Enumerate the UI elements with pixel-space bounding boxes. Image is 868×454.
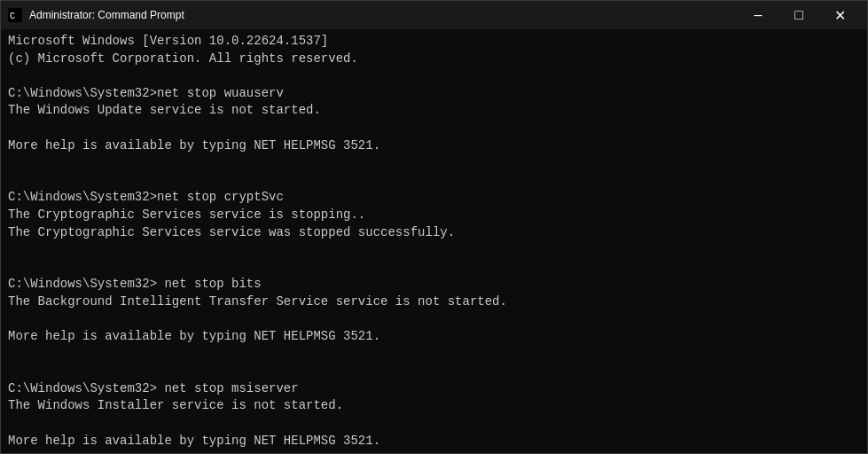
line-2: (c) Microsoft Corporation. All rights re… xyxy=(8,51,860,68)
blank-8 xyxy=(8,346,860,364)
blank-5 xyxy=(8,241,860,259)
blank-7 xyxy=(8,311,860,329)
output-3: The Cryptographic Services service is st… xyxy=(8,207,860,224)
cmd-window: C Administrator: Command Prompt – □ ✕ Mi… xyxy=(0,0,868,454)
blank-6 xyxy=(8,259,860,277)
line-1: Microsoft Windows [Version 10.0.22624.15… xyxy=(8,33,860,51)
cmd-2: net stop cryptSvc xyxy=(157,190,284,204)
output-2: More help is available by typing NET HEL… xyxy=(8,137,860,155)
maximize-button[interactable]: □ xyxy=(778,1,819,29)
title-bar: C Administrator: Command Prompt – □ ✕ xyxy=(1,1,867,29)
close-button[interactable]: ✕ xyxy=(819,1,860,29)
blank-9 xyxy=(8,363,860,380)
cmd-3: net stop bits xyxy=(157,277,262,291)
blank-1 xyxy=(8,67,860,85)
cmd-icon: C xyxy=(8,8,22,22)
window-title: Administrator: Command Prompt xyxy=(29,9,738,21)
blank-11 xyxy=(8,450,860,453)
cmd-4: net stop msiserver xyxy=(157,381,299,395)
output-8: More help is available by typing NET HEL… xyxy=(8,433,860,450)
cmd-line-4: C:\Windows\System32> net stop msiserver xyxy=(8,380,860,398)
minimize-button[interactable]: – xyxy=(738,1,778,29)
blank-2 xyxy=(8,120,860,137)
output-5: The Background Intelligent Transfer Serv… xyxy=(8,294,860,311)
output-6: More help is available by typing NET HEL… xyxy=(8,328,860,346)
svg-text:C: C xyxy=(10,12,15,21)
prompt-3: C:\Windows\System32> xyxy=(8,277,157,291)
output-1: The Windows Update service is not starte… xyxy=(8,102,860,120)
cmd-line-1: C:\Windows\System32>net stop wuauserv xyxy=(8,85,860,103)
blank-4 xyxy=(8,172,860,190)
output-4: The Cryptographic Services service was s… xyxy=(8,224,860,242)
terminal-body[interactable]: Microsoft Windows [Version 10.0.22624.15… xyxy=(1,29,867,453)
prompt-4: C:\Windows\System32> xyxy=(8,381,157,395)
prompt-1: C:\Windows\System32> xyxy=(8,86,157,100)
window-controls: – □ ✕ xyxy=(738,1,860,29)
blank-3 xyxy=(8,154,860,172)
cmd-1: net stop wuauserv xyxy=(157,86,284,100)
blank-10 xyxy=(8,415,860,433)
cmd-line-3: C:\Windows\System32> net stop bits xyxy=(8,276,860,294)
prompt-2: C:\Windows\System32> xyxy=(8,190,157,204)
cmd-line-2: C:\Windows\System32>net stop cryptSvc xyxy=(8,189,860,207)
output-7: The Windows Installer service is not sta… xyxy=(8,397,860,415)
